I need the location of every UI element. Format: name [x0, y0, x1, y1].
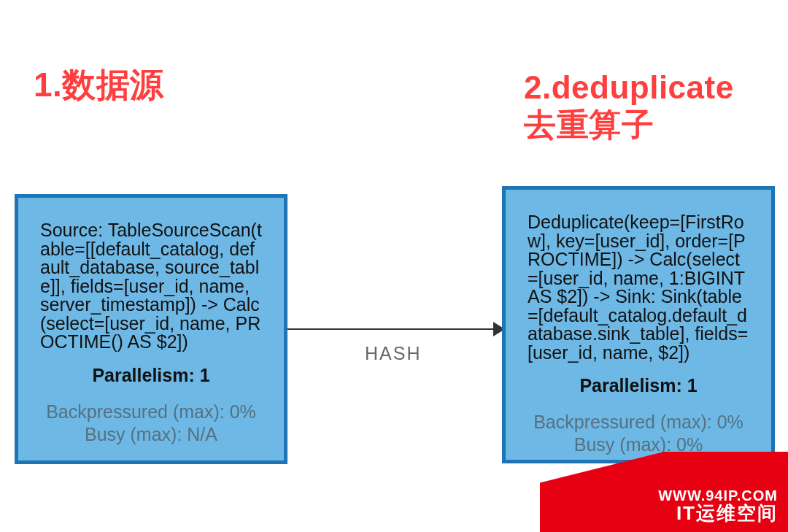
operator-node-source[interactable]: Source: TableSourceScan(table=[[default_…: [15, 194, 287, 464]
diagram-canvas: 1.数据源 2.deduplicate 去重算子 HASH Source: Ta…: [0, 0, 788, 532]
operator-parallelism: Parallelism: 1: [528, 375, 749, 396]
title-source: 1.数据源: [34, 66, 164, 104]
edge-label: HASH: [365, 343, 421, 364]
title-deduplicate-line1: 2.deduplicate: [524, 69, 734, 105]
ribbon-brand: IT运维空间: [676, 501, 778, 526]
metric-backpressure: Backpressured (max): 0%: [46, 401, 256, 422]
operator-parallelism: Parallelism: 1: [40, 365, 262, 386]
edge-line: [287, 328, 499, 330]
operator-description: Source: TableSourceScan(table=[[default_…: [40, 221, 262, 352]
metric-busy: Busy (max): N/A: [40, 423, 262, 446]
operator-node-deduplicate[interactable]: Deduplicate(keep=[FirstRow], key=[user_i…: [502, 186, 775, 463]
operator-metrics: Backpressured (max): 0% Busy (max): 0%: [528, 411, 749, 457]
operator-metrics: Backpressured (max): 0% Busy (max): N/A: [40, 401, 262, 447]
title-deduplicate-line2: 去重算子: [524, 107, 654, 142]
operator-description: Deduplicate(keep=[FirstRow], key=[user_i…: [528, 213, 749, 362]
metric-backpressure: Backpressured (max): 0%: [533, 412, 743, 432]
site-ribbon: WWW.94IP.COM IT运维空间: [540, 452, 788, 532]
title-deduplicate: 2.deduplicate 去重算子: [524, 69, 734, 143]
